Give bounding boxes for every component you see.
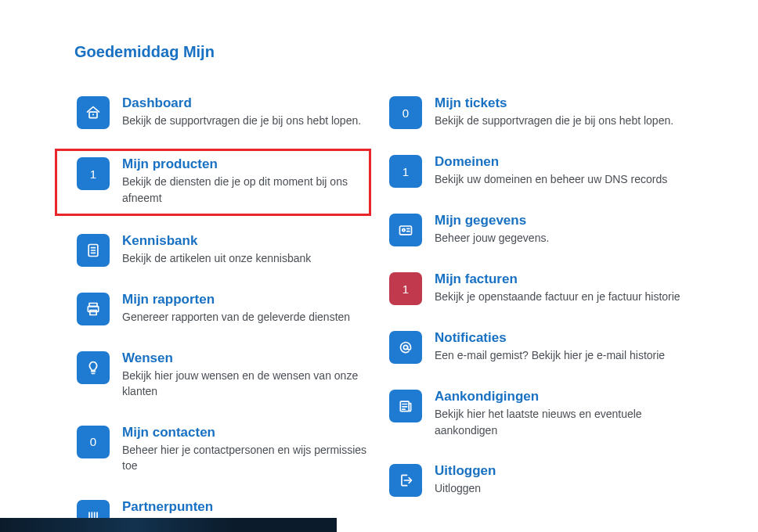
card-title: Wensen	[122, 350, 369, 366]
count-badge: 0	[77, 426, 110, 458]
card-wensen[interactable]: WensenBekijk hier jouw wensen en de wens…	[74, 347, 371, 403]
card-title: Mijn producten	[122, 156, 366, 172]
card-description: Een e-mail gemist? Bekijk hier je e-mail…	[435, 347, 681, 363]
card-title: Uitloggen	[435, 462, 681, 479]
count-badge: 1	[389, 272, 422, 305]
card-title: Notificaties	[435, 329, 681, 346]
book-icon	[77, 234, 110, 267]
card-title: Kennisbank	[122, 232, 369, 249]
printer-icon	[77, 293, 110, 325]
card-notificaties[interactable]: NotificatiesEen e-mail gemist? Bekijk hi…	[387, 327, 684, 367]
card-kennisbank[interactable]: KennisbankBekijk de artikelen uit onze k…	[74, 230, 371, 270]
card-domeinen[interactable]: 1DomeinenBekijk uw domeinen en beheer uw…	[387, 151, 684, 191]
card-description: Genereer rapporten van de geleverde dien…	[122, 309, 369, 325]
card-description: Bekijk de supportvragen die je bij ons h…	[435, 113, 681, 128]
at-icon	[389, 331, 422, 364]
svg-point-14	[402, 228, 405, 231]
card-title: Mijn rapporten	[122, 291, 369, 307]
card-description: Bekijk hier jouw wensen en de wensen van…	[122, 368, 369, 400]
card-dashboard[interactable]: DashboardBekijk de supportvragen die je …	[74, 92, 371, 132]
logout-icon	[389, 464, 422, 497]
card-description: Bekijk de diensten die je op dit moment …	[122, 174, 366, 206]
card-title: Mijn gegevens	[435, 212, 681, 228]
card-description: Bekijk hier het laatste nieuws en eventu…	[435, 406, 681, 438]
card-title: Domeinen	[435, 153, 681, 170]
card-uitloggen[interactable]: UitloggenUitloggen	[387, 460, 684, 500]
card-title: Mijn tickets	[435, 95, 681, 111]
card-description: Uitloggen	[435, 480, 681, 496]
card-mijn-rapporten[interactable]: Mijn rapportenGenereer rapporten van de …	[74, 289, 371, 329]
card-mijn-gegevens[interactable]: Mijn gegevensBeheer jouw gegevens.	[387, 210, 684, 250]
home-icon	[77, 96, 110, 129]
count-badge: 1	[389, 155, 422, 188]
card-title: Dashboard	[122, 95, 369, 111]
card-description: Bekijk de supportvragen die je bij ons h…	[122, 113, 369, 128]
svg-point-1	[92, 113, 94, 115]
footer-decor	[0, 518, 337, 532]
count-badge: 1	[77, 157, 110, 190]
page-greeting: Goedemiddag Mijn	[74, 43, 684, 61]
card-title: Mijn contacten	[122, 424, 369, 440]
card-title: Aankondigingen	[435, 388, 681, 404]
news-icon	[389, 390, 422, 422]
card-description: Beheer jouw gegevens.	[435, 230, 681, 246]
card-mijn-tickets[interactable]: 0Mijn ticketsBekijk de supportvragen die…	[387, 92, 684, 132]
card-title: Mijn facturen	[435, 271, 681, 287]
card-mijn-producten[interactable]: 1Mijn productenBekijk de diensten die je…	[55, 149, 371, 216]
dashboard-cards-left: DashboardBekijk de supportvragen die je …	[74, 92, 371, 532]
count-badge: 0	[389, 96, 422, 129]
card-mijn-contacten[interactable]: 0Mijn contactenBeheer hier je contactper…	[74, 422, 371, 477]
idcard-icon	[389, 214, 422, 246]
card-title: Partnerpunten	[122, 498, 369, 515]
svg-rect-13	[400, 226, 412, 235]
card-description: Beheer hier je contactpersonen en wijs p…	[122, 442, 369, 474]
dashboard-cards-right: 0Mijn ticketsBekijk de supportvragen die…	[387, 92, 684, 532]
card-description: Bekijk uw domeinen en beheer uw DNS reco…	[435, 171, 681, 187]
bulb-icon	[77, 351, 110, 384]
card-description: Bekijk de artikelen uit onze kennisbank	[122, 250, 369, 266]
card-aankondigingen[interactable]: AankondigingenBekijk hier het laatste ni…	[387, 386, 684, 441]
card-description: Bekijk je openstaande factuur en je fact…	[435, 289, 681, 304]
card-mijn-facturen[interactable]: 1Mijn facturenBekijk je openstaande fact…	[387, 268, 684, 308]
